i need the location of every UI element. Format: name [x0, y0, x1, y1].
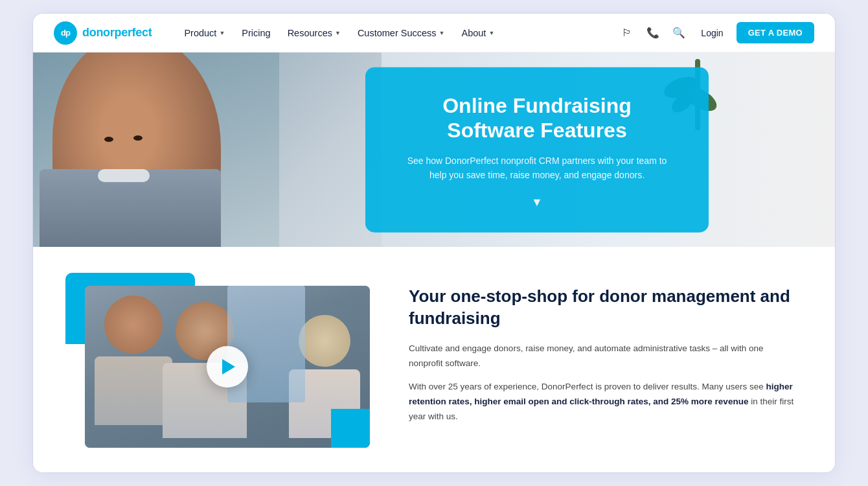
video-thumbnail[interactable]	[85, 286, 370, 448]
video-blue-corner	[331, 409, 370, 448]
section-para-1: Cultivate and engage donors, raise money…	[409, 341, 796, 371]
nav-item-product[interactable]: Product ▼	[177, 24, 231, 42]
logo-area[interactable]: dp donorperfect	[54, 21, 152, 45]
hero-card: Online Fundraising Software Features See…	[365, 67, 709, 233]
nav-item-about[interactable]: About ▼	[455, 24, 501, 42]
nav-right: 🏳 📞 🔍 Login GET A DEMO	[618, 22, 814, 43]
video-area	[72, 273, 370, 435]
login-link[interactable]: Login	[696, 24, 728, 42]
scroll-down-icon[interactable]: ▼	[398, 195, 676, 209]
chevron-down-icon: ▼	[439, 30, 445, 36]
browser-frame: dp donorperfect Product ▼ Pricing Resour…	[32, 13, 836, 473]
logo-icon: dp	[54, 21, 77, 45]
hero-title: Online Fundraising Software Features	[398, 93, 676, 143]
navbar: dp donorperfect Product ▼ Pricing Resour…	[33, 14, 835, 52]
demo-button[interactable]: GET A DEMO	[737, 22, 814, 43]
section-para-2: With over 25 years of experience, DonorP…	[409, 380, 796, 424]
chevron-down-icon: ▼	[335, 30, 341, 36]
hero-subtitle: See how DonorPerfect nonprofit CRM partn…	[398, 154, 676, 183]
section-title: Your one-stop-shop for donor management …	[409, 286, 796, 330]
search-icon[interactable]: 🔍	[670, 24, 688, 42]
hero-section: Online Fundraising Software Features See…	[33, 52, 835, 247]
content-section: Your one-stop-shop for donor management …	[33, 247, 835, 473]
nav-item-pricing[interactable]: Pricing	[235, 24, 277, 42]
nav-item-resources[interactable]: Resources ▼	[281, 24, 347, 42]
nav-item-customer-success[interactable]: Customer Success ▼	[351, 24, 451, 42]
phone-icon[interactable]: 📞	[644, 24, 662, 42]
play-icon	[222, 359, 235, 375]
brand-name: donorperfect	[82, 26, 152, 40]
text-area: Your one-stop-shop for donor management …	[409, 273, 796, 434]
flag-icon[interactable]: 🏳	[618, 24, 636, 42]
nav-links: Product ▼ Pricing Resources ▼ Customer S…	[177, 24, 618, 42]
chevron-down-icon: ▼	[219, 30, 225, 36]
chevron-down-icon: ▼	[488, 30, 494, 36]
hero-person-image	[33, 52, 279, 247]
play-button[interactable]	[207, 346, 248, 388]
